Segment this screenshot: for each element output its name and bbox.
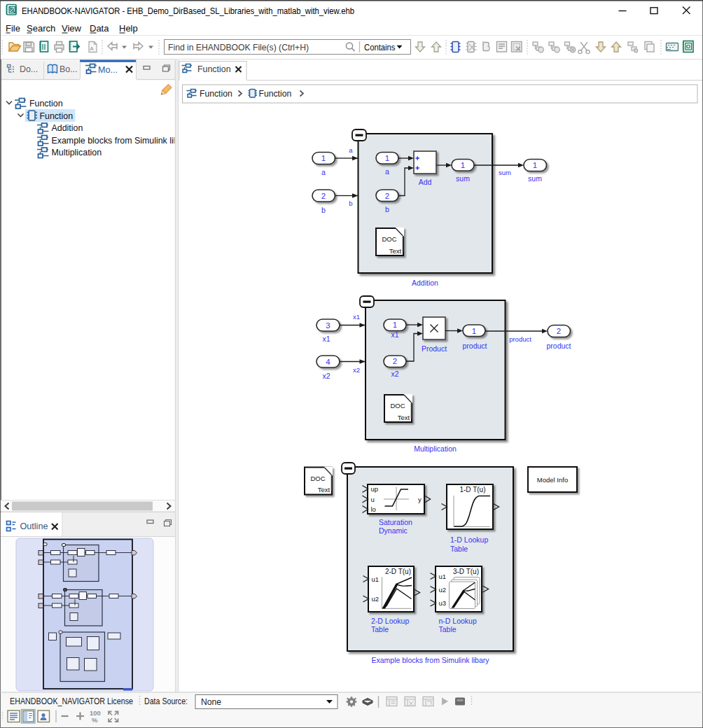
svg-text:2: 2 bbox=[393, 357, 397, 365]
svg-text:u2: u2 bbox=[439, 586, 447, 594]
svg-text:Example blocks from Simulink l: Example blocks from Simulink liba bbox=[52, 136, 183, 146]
svg-text:4: 4 bbox=[326, 358, 330, 366]
svg-text:x1: x1 bbox=[353, 313, 360, 321]
svg-text:x2: x2 bbox=[353, 366, 360, 374]
svg-text:x1: x1 bbox=[322, 335, 330, 343]
svg-text:Mo...: Mo... bbox=[98, 65, 118, 75]
svg-text:1-D Lookup: 1-D Lookup bbox=[450, 536, 488, 544]
svg-text:Function: Function bbox=[29, 99, 63, 108]
svg-text:x1: x1 bbox=[391, 330, 398, 339]
svg-text:u: u bbox=[371, 496, 375, 503]
svg-text:1: 1 bbox=[393, 321, 397, 329]
svg-text:Search: Search bbox=[27, 23, 55, 34]
svg-text:b: b bbox=[385, 205, 389, 214]
svg-text:Model Info: Model Info bbox=[537, 476, 568, 484]
svg-text:Table: Table bbox=[450, 545, 468, 553]
svg-text:1: 1 bbox=[461, 161, 465, 169]
svg-text:n-D Lookup: n-D Lookup bbox=[439, 617, 477, 625]
svg-text:1: 1 bbox=[533, 161, 537, 169]
svg-text:1: 1 bbox=[385, 154, 389, 162]
svg-text:Multiplication: Multiplication bbox=[52, 148, 102, 158]
svg-text:2-D T(u): 2-D T(u) bbox=[385, 568, 411, 575]
svg-text:Outline: Outline bbox=[20, 522, 48, 531]
svg-text:u2: u2 bbox=[372, 595, 380, 603]
svg-text:Table: Table bbox=[439, 625, 457, 634]
svg-text:2: 2 bbox=[557, 327, 561, 335]
svg-text:Multiplication: Multiplication bbox=[414, 444, 457, 453]
svg-text:x2: x2 bbox=[391, 370, 398, 378]
svg-text:EHANDBOOK-NAVIGATOR - EHB_Demo: EHANDBOOK-NAVIGATOR - EHB_Demo_DirBased_… bbox=[22, 6, 354, 16]
svg-text:%: % bbox=[92, 716, 98, 724]
svg-text:a: a bbox=[321, 168, 326, 176]
svg-text:Product: Product bbox=[422, 344, 447, 353]
svg-text:lo: lo bbox=[371, 505, 376, 513]
svg-text:2: 2 bbox=[321, 192, 326, 200]
svg-text:Data Source:: Data Source: bbox=[144, 696, 188, 706]
svg-text:Function: Function bbox=[197, 64, 231, 74]
svg-text:Function: Function bbox=[259, 89, 292, 99]
svg-text:sum: sum bbox=[456, 174, 470, 183]
svg-text:Saturation: Saturation bbox=[379, 518, 412, 526]
svg-text:sum: sum bbox=[528, 174, 542, 183]
svg-text:Addition: Addition bbox=[52, 123, 83, 133]
svg-text:Add: Add bbox=[419, 178, 432, 186]
svg-text:product: product bbox=[546, 342, 571, 350]
svg-text:Help: Help bbox=[119, 23, 138, 34]
svg-text:Table: Table bbox=[371, 625, 389, 634]
svg-text:Function: Function bbox=[40, 111, 74, 121]
svg-text:a: a bbox=[349, 146, 353, 154]
svg-text:1-D T(u): 1-D T(u) bbox=[459, 486, 485, 493]
svg-text:up: up bbox=[371, 485, 379, 493]
svg-text:x2: x2 bbox=[322, 372, 330, 380]
svg-text:1: 1 bbox=[472, 327, 476, 335]
svg-text:Data: Data bbox=[90, 23, 109, 34]
svg-text:Bo...: Bo... bbox=[60, 64, 77, 74]
svg-text:Example blocks from Simulink l: Example blocks from Simulink libary bbox=[371, 656, 489, 664]
svg-text:Find in EHANDBOOK File(s) (Ctr: Find in EHANDBOOK File(s) (Ctrl+H) bbox=[168, 43, 309, 52]
svg-text:View: View bbox=[62, 23, 82, 34]
svg-text:None: None bbox=[201, 697, 221, 707]
svg-text:u3: u3 bbox=[439, 599, 447, 607]
svg-text:A: A bbox=[90, 46, 94, 52]
svg-text:b: b bbox=[321, 206, 326, 214]
svg-text:product: product bbox=[462, 342, 487, 350]
svg-text:product: product bbox=[509, 335, 531, 343]
svg-text:Function: Function bbox=[200, 89, 232, 99]
svg-text:2: 2 bbox=[385, 192, 389, 200]
svg-text:sum: sum bbox=[499, 169, 511, 176]
svg-text:2-D Lookup: 2-D Lookup bbox=[371, 617, 409, 625]
svg-text:Addition: Addition bbox=[412, 279, 438, 287]
svg-text:3-D T(u): 3-D T(u) bbox=[453, 568, 479, 575]
svg-text:Dynamic: Dynamic bbox=[379, 526, 408, 535]
svg-text:u1: u1 bbox=[439, 573, 447, 580]
svg-text:File: File bbox=[6, 23, 20, 34]
svg-text:a: a bbox=[385, 167, 389, 176]
svg-text:1: 1 bbox=[321, 154, 326, 162]
svg-text:b: b bbox=[349, 200, 352, 207]
svg-text:3: 3 bbox=[326, 321, 330, 330]
svg-text:Do...: Do... bbox=[20, 64, 38, 74]
svg-text:u1: u1 bbox=[372, 575, 380, 583]
svg-text:EHANDBOOK_NAVIGATOR License: EHANDBOOK_NAVIGATOR License bbox=[10, 696, 133, 706]
svg-text:Contains: Contains bbox=[364, 43, 396, 52]
svg-text:y: y bbox=[418, 496, 422, 503]
